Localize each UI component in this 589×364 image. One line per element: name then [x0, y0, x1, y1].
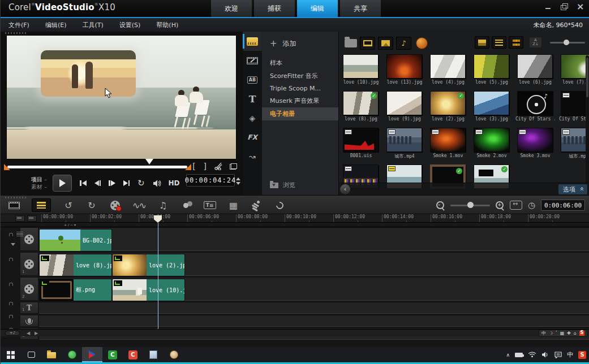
browse-button[interactable]: 浏览: [262, 177, 338, 193]
taskbar-red-c-app[interactable]: C: [123, 347, 143, 362]
motion-tracking-button[interactable]: [251, 198, 263, 212]
redo-button[interactable]: ↻: [86, 198, 97, 212]
timecode-spinner[interactable]: [236, 175, 240, 187]
track-transparency-button[interactable]: [180, 198, 192, 212]
split-clip-button[interactable]: [214, 162, 223, 170]
fit-project-button[interactable]: [510, 201, 522, 210]
range-mini-controls[interactable]: +/−▾: [64, 223, 77, 227]
taskbar-file-explorer[interactable]: [41, 347, 62, 362]
timeline-duration[interactable]: 0:00:06:00: [541, 200, 585, 211]
media-item[interactable]: love (10).jpg: [343, 54, 379, 85]
volume-button[interactable]: [153, 178, 162, 188]
menu-item-5[interactable]: 帮助(H): [148, 21, 186, 29]
video-track[interactable]: BG-B02.jp: [39, 227, 589, 251]
menu-item-4[interactable]: 设置(S): [111, 21, 149, 29]
scrubber-playhead[interactable]: [145, 159, 153, 168]
time-remap-button[interactable]: [274, 198, 286, 212]
timeline-zoom-slider[interactable]: [450, 205, 490, 206]
scrubber-track[interactable]: [7, 166, 187, 168]
sogou-lang-zh-icon[interactable]: 中: [541, 331, 546, 336]
enlarge-preview-button[interactable]: [230, 163, 237, 170]
mark-out-button[interactable]: ]: [203, 162, 208, 171]
menu-item-1[interactable]: 文件(F): [1, 21, 37, 29]
media-item[interactable]: Smoke 2.mov: [474, 128, 509, 158]
tray-volume-icon[interactable]: [541, 352, 549, 358]
trim-end-handle[interactable]: [185, 164, 191, 170]
scroll-left-arrow[interactable]: ◀: [27, 331, 30, 336]
go-end-button[interactable]: [123, 178, 130, 188]
subtitle-editor-button[interactable]: T≡: [204, 198, 216, 212]
storyboard-view-button[interactable]: [8, 198, 20, 212]
mark-in-button[interactable]: [: [191, 162, 196, 171]
grid-view-button[interactable]: [509, 36, 523, 49]
media-item[interactable]: Smoke 1.mov: [430, 128, 466, 158]
taskbar-videostudio[interactable]: [82, 347, 102, 362]
media-item[interactable]: love (5).jpg: [474, 54, 509, 85]
overlay-track-2[interactable]: 框.pnglove (10).j: [39, 277, 589, 301]
category-5[interactable]: 电子相册: [262, 107, 338, 120]
media-item[interactable]: 城市.mp4: [561, 128, 589, 159]
tab-2[interactable]: 捕获: [254, 0, 295, 17]
library-nav-title[interactable]: T: [243, 89, 262, 109]
tray-lang-zh-icon[interactable]: 中: [567, 350, 573, 359]
tray-sogou-icon[interactable]: S: [578, 351, 586, 359]
library-nav-motion-path[interactable]: ↝: [243, 147, 262, 166]
category-4[interactable]: Muserk 声音效果: [262, 94, 338, 107]
tab-1[interactable]: 欢迎: [211, 0, 252, 17]
slider-knob[interactable]: [467, 202, 474, 208]
gallery-scrollbar[interactable]: [586, 55, 589, 191]
sogou-moon-icon[interactable]: ☽: [549, 331, 553, 336]
import-folder-icon[interactable]: [345, 39, 357, 47]
media-item[interactable]: love (7).jpg: [561, 54, 589, 85]
prev-frame-button[interactable]: [94, 178, 101, 188]
media-item[interactable]: love (6).jpg: [517, 54, 553, 85]
library-nav-instant-project[interactable]: [243, 51, 262, 70]
library-nav-transition[interactable]: AB: [243, 70, 262, 89]
options-button[interactable]: 选项»: [558, 184, 587, 194]
filter-photo-button[interactable]: [378, 37, 393, 50]
library-nav-filter[interactable]: FX: [243, 128, 262, 147]
media-item[interactable]: 城市.mp4: [386, 128, 422, 159]
tray-notifications-icon[interactable]: [554, 352, 562, 358]
trim-start-handle[interactable]: [4, 164, 10, 170]
sogou-mode-icon[interactable]: ’: [556, 331, 557, 336]
auto-music-button[interactable]: ♫: [157, 198, 169, 212]
timeline-view-button[interactable]: [32, 198, 51, 212]
media-item[interactable]: love (3).jpg: [474, 91, 509, 122]
sogou-sogou-logo-icon[interactable]: S: [579, 331, 584, 336]
voice-track-header[interactable]: [20, 315, 38, 327]
hd-toggle[interactable]: HD: [169, 179, 180, 187]
library-nav-graphic[interactable]: ◈: [243, 109, 262, 128]
sogou-toolbox-icon[interactable]: ⌂: [574, 331, 577, 336]
slider-knob[interactable]: [564, 40, 569, 45]
filter-audio-button[interactable]: ♪: [396, 37, 411, 50]
tab-3[interactable]: 编辑: [297, 0, 338, 17]
track-expand-caret[interactable]: [11, 243, 15, 248]
overlay-pip-clip[interactable]: [41, 50, 136, 97]
close-button[interactable]: [576, 3, 584, 10]
preview-timecode[interactable]: 00:00:04:24: [186, 174, 235, 187]
clip-BG-B02.jp[interactable]: BG-B02.jp: [39, 229, 112, 252]
menu-item-3[interactable]: 工具(T): [74, 21, 111, 29]
record-capture-button[interactable]: [109, 198, 121, 212]
add-category-button[interactable]: +添加: [262, 32, 338, 57]
title-track-lock-icon[interactable]: [8, 304, 14, 310]
video-track-lock-icon[interactable]: [8, 235, 14, 241]
clip-框.png[interactable]: 框.png: [39, 279, 112, 301]
ride-track-icon[interactable]: [16, 232, 23, 237]
tray-chevron-up-icon[interactable]: ∧: [506, 352, 510, 358]
media-item[interactable]: love (13).jpg: [386, 54, 422, 85]
category-1[interactable]: 样本: [262, 57, 338, 70]
tray-wifi-icon[interactable]: [528, 352, 536, 358]
timeline-ruler[interactable]: 00:00:00:0000:00:02:0000:00:04:0000:00:0…: [39, 214, 589, 223]
media-item[interactable]: ✓love (2).jpg: [430, 91, 466, 122]
clip-love (8).jp[interactable]: love (8).jp: [39, 254, 112, 276]
media-item[interactable]: Smoke 3.mov: [517, 128, 553, 158]
add-track-button[interactable]: +♪: [5, 331, 20, 336]
taskbar-start[interactable]: [1, 347, 21, 362]
sogou-keyboard-icon[interactable]: ▦: [560, 331, 565, 336]
playback-mode[interactable]: 项目– 素材–: [31, 176, 47, 190]
video-track-header[interactable]: [20, 227, 38, 251]
undo-button[interactable]: ↺: [63, 198, 74, 212]
category-3[interactable]: Triple Scoop M...: [262, 83, 338, 94]
